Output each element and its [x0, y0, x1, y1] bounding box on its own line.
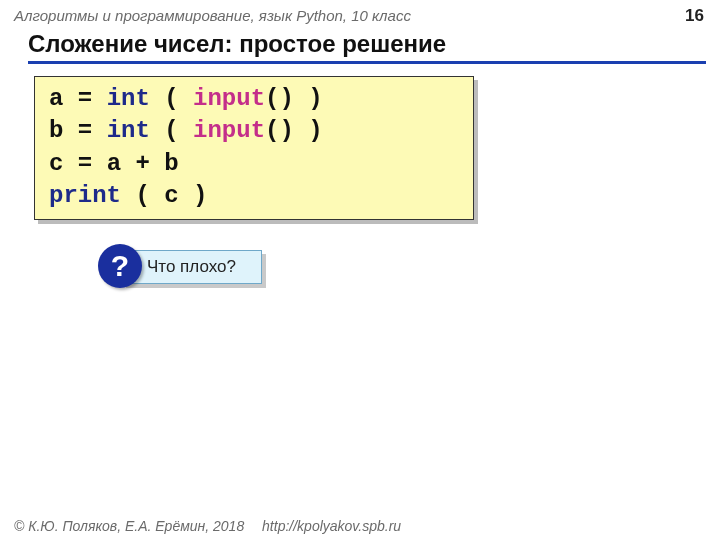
page-number: 16	[685, 6, 704, 26]
code-token: =	[63, 150, 106, 177]
code-line: c = a + b	[49, 148, 461, 180]
code-line: print ( c )	[49, 180, 461, 212]
footer-copyright: © К.Ю. Поляков, Е.А. Ерёмин, 2018	[14, 518, 244, 534]
question-callout: Что плохо? ?	[84, 248, 284, 296]
code-token: print	[49, 182, 121, 209]
code-token: input	[193, 117, 265, 144]
code-line: b = int ( input() )	[49, 115, 461, 147]
code-token: int	[107, 117, 150, 144]
code-token: a	[107, 150, 121, 177]
slide-title: Сложение чисел: простое решение	[28, 30, 706, 64]
code-token: b	[164, 150, 178, 177]
question-mark-icon: ?	[98, 244, 142, 288]
code-box: a = int ( input() )b = int ( input() )c …	[34, 76, 474, 220]
callout-text: Что плохо?	[147, 257, 236, 277]
code-token: () )	[265, 117, 323, 144]
code-block: a = int ( input() )b = int ( input() )c …	[34, 76, 474, 220]
code-token: () )	[265, 85, 323, 112]
code-line: a = int ( input() )	[49, 83, 461, 115]
code-token: +	[121, 150, 164, 177]
footer-link: http://kpolyakov.spb.ru	[262, 518, 401, 534]
code-token: c	[49, 150, 63, 177]
code-token: int	[107, 85, 150, 112]
code-token: input	[193, 85, 265, 112]
course-title: Алгоритмы и программирование, язык Pytho…	[14, 7, 411, 24]
code-token: ( c )	[121, 182, 207, 209]
code-token: a	[49, 85, 63, 112]
slide-footer: © К.Ю. Поляков, Е.А. Ерёмин, 2018 http:/…	[14, 518, 401, 534]
code-token: (	[150, 85, 193, 112]
code-token: =	[63, 117, 106, 144]
code-token: (	[150, 117, 193, 144]
code-token: b	[49, 117, 63, 144]
callout-box: Что плохо?	[122, 250, 262, 284]
slide-header: Алгоритмы и программирование, язык Pytho…	[0, 0, 720, 28]
code-token: =	[63, 85, 106, 112]
